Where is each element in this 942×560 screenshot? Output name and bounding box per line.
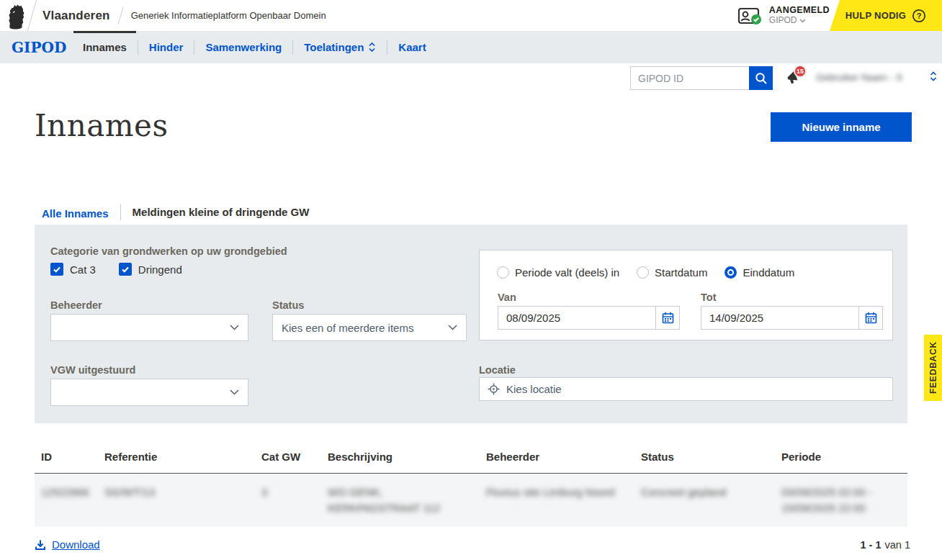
nieuwe-inname-button[interactable]: Nieuwe inname bbox=[771, 112, 912, 142]
chevron-down-icon bbox=[448, 325, 457, 330]
category-filter-label: Categorie van grondwerken op uw grondgeb… bbox=[50, 245, 287, 257]
flanders-lion-icon bbox=[6, 4, 27, 30]
user-menu-chevrons-icon[interactable] bbox=[929, 71, 938, 82]
cell-periode: 03/09/2025 02:00 - 15/09/2025 22:00 bbox=[775, 474, 907, 527]
status-label: Status bbox=[272, 299, 304, 311]
help-label: HULP NODIG bbox=[845, 10, 906, 21]
page-range: 1 - 1 bbox=[861, 539, 882, 551]
radio-einddatum[interactable]: Einddatum bbox=[725, 266, 794, 279]
search-input[interactable] bbox=[630, 66, 749, 90]
col-referentie: Referentie bbox=[98, 445, 255, 473]
svg-text:?: ? bbox=[917, 12, 922, 20]
col-status: Status bbox=[634, 445, 775, 473]
col-cat-gw: Cat GW bbox=[255, 445, 321, 473]
page-total: van 1 bbox=[885, 539, 910, 551]
download-label: Download bbox=[52, 538, 100, 551]
site-title: Generiek Informatieplatform Openbaar Dom… bbox=[131, 10, 326, 21]
gipod-id-search bbox=[630, 66, 773, 90]
download-icon bbox=[35, 539, 46, 551]
nav-item-innames[interactable]: Innames bbox=[72, 31, 138, 63]
locatie-input[interactable]: Kies locatie bbox=[479, 377, 893, 401]
cell-status: Concreet gepland bbox=[634, 474, 775, 527]
beheerder-select[interactable] bbox=[50, 314, 248, 341]
filter-panel: Categorie van grondwerken op uw grondgeb… bbox=[35, 225, 907, 423]
header-divider bbox=[27, 0, 37, 31]
status-placeholder: Kies een of meerdere items bbox=[282, 322, 448, 334]
gipod-logo[interactable]: GIPOD bbox=[12, 31, 66, 63]
global-header: Vlaanderen Generiek Informatieplatform O… bbox=[0, 0, 942, 31]
checkbox-checked-icon bbox=[119, 263, 132, 276]
nav-item-toelatingen[interactable]: Toelatingen bbox=[293, 31, 387, 63]
question-circle-icon: ? bbox=[912, 9, 926, 23]
chevron-down-icon bbox=[230, 389, 239, 395]
locatie-placeholder: Kies locatie bbox=[506, 383, 562, 395]
help-button[interactable]: HULP NODIG ? bbox=[830, 0, 942, 31]
user-name[interactable]: Gebruiker Naam - Stad Gent bbox=[816, 72, 902, 83]
table-footer: Download 1 - 1van 1 bbox=[35, 538, 910, 551]
location-target-icon bbox=[488, 383, 500, 395]
download-link[interactable]: Download bbox=[35, 538, 100, 551]
feedback-button[interactable]: FEEDBACK bbox=[924, 335, 942, 401]
tot-label: Tot bbox=[701, 292, 716, 303]
van-label: Van bbox=[498, 292, 516, 303]
col-beschrijving: Beschrijving bbox=[321, 445, 480, 473]
radio-off-icon bbox=[497, 266, 509, 279]
van-date-input[interactable] bbox=[498, 307, 655, 329]
nav-item-hinder[interactable]: Hinder bbox=[138, 31, 194, 63]
tot-date-input[interactable] bbox=[701, 307, 858, 329]
signed-in-label: AANGEMELD bbox=[769, 5, 830, 15]
tab-alle-innames[interactable]: Alle Innames bbox=[35, 203, 120, 227]
brand-name[interactable]: Vlaanderen bbox=[42, 9, 110, 23]
col-id: ID bbox=[35, 445, 98, 473]
tot-calendar-button[interactable] bbox=[858, 307, 882, 329]
table-row[interactable]: 12522666 SG/WT/13 3 WO GENK, KERKPADSTRA… bbox=[35, 474, 907, 527]
chevron-up-down-icon bbox=[368, 42, 376, 53]
col-beheerder: Beheerder bbox=[480, 445, 634, 473]
van-calendar-button[interactable] bbox=[655, 307, 679, 329]
radio-periode-valt-in[interactable]: Periode valt (deels) in bbox=[497, 266, 619, 279]
chevron-down-icon bbox=[799, 19, 806, 23]
notification-badge: 15 bbox=[794, 65, 807, 78]
status-select[interactable]: Kies een of meerdere items bbox=[272, 314, 467, 341]
cell-beschrijving: WO GENK, KERKPADSTRAAT 112 bbox=[321, 474, 480, 527]
checkbox-dringend[interactable]: Dringend bbox=[119, 263, 182, 276]
cell-id: 12522666 bbox=[35, 474, 98, 527]
cell-beheerder: Fluvius site Limburg Noord bbox=[480, 474, 634, 527]
van-date-field bbox=[498, 306, 680, 330]
search-icon bbox=[755, 72, 768, 85]
account-label: GIPOD bbox=[769, 16, 797, 26]
calendar-icon bbox=[865, 312, 877, 324]
radio-startdatum[interactable]: Startdatum bbox=[637, 266, 707, 279]
feedback-label: FEEDBACK bbox=[928, 341, 938, 394]
tot-date-field bbox=[701, 306, 883, 330]
locatie-label: Locatie bbox=[479, 364, 516, 376]
notifications-button[interactable]: 15 bbox=[785, 69, 804, 88]
page-title: Innames bbox=[35, 108, 168, 143]
cell-cat-gw: 3 bbox=[255, 474, 321, 527]
beheerder-label: Beheerder bbox=[50, 299, 102, 311]
login-status[interactable]: AANGEMELD GIPOD bbox=[737, 0, 830, 31]
radio-on-icon bbox=[725, 266, 737, 279]
table-header-row: ID Referentie Cat GW Beschrijving Beheer… bbox=[35, 445, 907, 474]
checkbox-cat3[interactable]: Cat 3 bbox=[50, 263, 96, 276]
search-button[interactable] bbox=[749, 66, 773, 90]
id-badge-icon bbox=[737, 6, 763, 26]
col-periode: Periode bbox=[775, 445, 907, 473]
header-divider bbox=[117, 7, 123, 24]
innames-table: ID Referentie Cat GW Beschrijving Beheer… bbox=[35, 445, 907, 527]
checkbox-checked-icon bbox=[50, 263, 63, 276]
main-navigation: GIPOD Innames Hinder Samenwerking Toelat… bbox=[0, 31, 942, 63]
period-filter-box: Periode valt (deels) in Startdatum Eindd… bbox=[479, 250, 893, 340]
chevron-down-icon bbox=[230, 325, 239, 330]
nav-item-kaart[interactable]: Kaart bbox=[387, 31, 436, 63]
cell-referentie: SG/WT/13 bbox=[98, 474, 255, 527]
vgw-label: VGW uitgestuurd bbox=[50, 364, 135, 376]
radio-off-icon bbox=[637, 266, 649, 279]
vgw-select[interactable] bbox=[50, 379, 248, 406]
calendar-icon bbox=[662, 312, 674, 324]
pagination: 1 - 1van 1 bbox=[861, 539, 911, 551]
nav-item-samenwerking[interactable]: Samenwerking bbox=[194, 31, 292, 63]
